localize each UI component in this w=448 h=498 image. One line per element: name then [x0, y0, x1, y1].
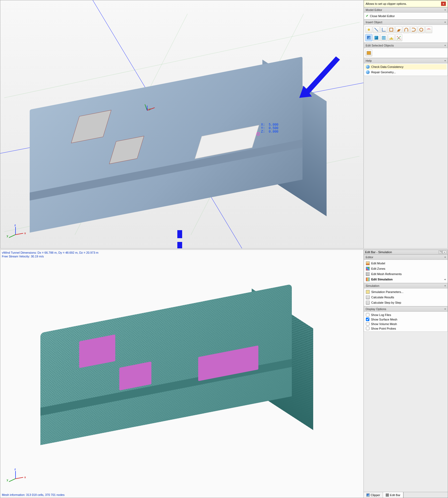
- status-mesh-info: Mesh information: 313 018 cells, 370 701…: [2, 493, 64, 497]
- editor-edit-mesh-refinements[interactable]: Edit Mesh Refinements: [365, 271, 447, 277]
- tooltip-text: Allows to set up clipper options.: [366, 2, 407, 5]
- editor-edit-model[interactable]: Edit Model: [365, 261, 447, 266]
- panel-header-editor[interactable]: Editor ▾: [364, 254, 448, 260]
- checkbox[interactable]: [366, 313, 369, 316]
- panel-header-model-editor[interactable]: Model Editor ▾: [364, 7, 448, 13]
- chevron-down-icon: ▾: [445, 59, 446, 62]
- titlebar-close-icon[interactable]: ×: [443, 250, 446, 254]
- clipper-tab-icon: [366, 493, 370, 497]
- editbar-tab-icon: [386, 493, 389, 497]
- panel-header-help[interactable]: Help ▾: [364, 58, 448, 63]
- close-icon[interactable]: ×: [441, 2, 446, 6]
- svg-rect-2: [177, 242, 182, 248]
- mesh-icon: [366, 272, 370, 276]
- tool-coord-sys[interactable]: [395, 34, 402, 41]
- tooltip-bar: Allows to set up clipper options. ×: [364, 0, 448, 7]
- view-triad: z x y: [7, 226, 26, 242]
- simulation-icon: [366, 277, 370, 281]
- checkbox[interactable]: [366, 327, 369, 330]
- chevron-down-icon: ▾: [445, 44, 446, 47]
- svg-rect-1: [177, 230, 182, 238]
- tool-box[interactable]: [373, 34, 380, 41]
- tool-extrude[interactable]: [395, 26, 402, 33]
- chevron-down-icon: ▾: [445, 9, 446, 11]
- insert-toolbar-row-2: [365, 34, 447, 42]
- globe-icon: [366, 65, 370, 69]
- insert-toolbar-row-1: [365, 26, 447, 34]
- panel-header-simulation[interactable]: Simulation ▾: [364, 283, 448, 288]
- checkbox[interactable]: [366, 318, 369, 321]
- view-triad: z x y: [7, 470, 26, 486]
- help-repair-geometry[interactable]: Repair Geometry...: [365, 70, 447, 75]
- chevron-down-icon: ▾: [445, 256, 446, 258]
- tab-clipper[interactable]: Clipper: [364, 492, 383, 498]
- coordinate-readout: X: 5.000 Y: 0.500 Z: 0.000: [261, 123, 278, 134]
- panel-header-insert-object[interactable]: Insert Object ▾: [364, 20, 448, 25]
- tool-curve[interactable]: [425, 26, 432, 33]
- simulation-parameters[interactable]: Simulation Parameters...: [365, 289, 447, 295]
- display-show-log-files[interactable]: Show Log Files: [365, 312, 447, 317]
- calc-icon: [366, 295, 370, 299]
- tool-revolve[interactable]: [403, 26, 410, 33]
- titlebar-restore-icon[interactable]: ❐: [439, 250, 442, 254]
- globe-icon: [366, 70, 370, 74]
- cursor-marker: [256, 132, 260, 136]
- chevron-right-icon: ◂: [444, 278, 446, 281]
- viewport-model-editor[interactable]: x y X: 5.000 Y: 0.500 Z: 0.000 z x y: [0, 0, 363, 248]
- display-show-surface-mesh[interactable]: Show Surface Mesh: [365, 317, 447, 322]
- titlebar-edit-bar: Edit Bar - Simulation ❐ ×: [364, 250, 448, 254]
- tool-line[interactable]: [373, 26, 380, 33]
- step-icon: [366, 301, 370, 304]
- tool-sweep[interactable]: [410, 26, 417, 33]
- tool-polyline[interactable]: [380, 26, 387, 33]
- annotation-arrow-2: [171, 230, 187, 248]
- editor-edit-zones[interactable]: Edit Zones: [365, 266, 447, 271]
- tool-circle[interactable]: [418, 26, 425, 33]
- origin-triad: x y: [147, 107, 151, 110]
- tool-clipper[interactable]: [365, 34, 372, 41]
- tool-point[interactable]: [365, 26, 372, 33]
- params-icon: [366, 290, 370, 294]
- sidebar-tabs: Clipper Edit Bar: [364, 492, 448, 498]
- edit-color-swatch[interactable]: [365, 49, 372, 56]
- display-show-volume-mesh[interactable]: Show Volume Mesh: [365, 322, 447, 326]
- panel-header-edit-selected[interactable]: Edit Selected Objects ▾: [364, 43, 448, 48]
- sidebar-simulation: Edit Bar - Simulation ❐ × Editor ▾ Edit …: [363, 250, 448, 498]
- close-model-editor[interactable]: ✔ Close Model Editor: [365, 13, 447, 18]
- sidebar-model-editor: Allows to set up clipper options. × Mode…: [363, 0, 448, 248]
- tool-grid[interactable]: [380, 34, 387, 41]
- tool-chart[interactable]: [388, 34, 395, 41]
- display-show-point-probes[interactable]: Show Point Probes: [365, 326, 447, 331]
- zones-icon: [366, 267, 370, 271]
- tab-edit-bar[interactable]: Edit Bar: [383, 492, 403, 498]
- svg-marker-0: [299, 56, 340, 98]
- checkbox[interactable]: [366, 322, 369, 326]
- simulation-calculate-step[interactable]: Calculate Step by Step: [365, 300, 447, 305]
- help-check-consistency[interactable]: Check Data Consistency: [365, 64, 447, 70]
- editor-edit-simulation[interactable]: Edit Simulation ◂: [365, 277, 447, 282]
- chevron-down-icon: ▾: [445, 21, 446, 24]
- check-icon: ✔: [366, 14, 368, 18]
- annotation-arrow-1: [297, 54, 340, 99]
- model-icon: [366, 261, 370, 265]
- tool-rect[interactable]: [388, 26, 395, 33]
- chevron-down-icon: ▾: [445, 284, 446, 287]
- panel-header-display-options[interactable]: Display Options ▾: [364, 306, 448, 312]
- simulation-calculate-results[interactable]: Calculate Results: [365, 295, 447, 300]
- chevron-down-icon: ▾: [445, 308, 446, 310]
- status-wind-tunnel: vWind Tunnel Dimensions: Dx = 66.788 m, …: [2, 251, 98, 258]
- viewport-simulation[interactable]: vWind Tunnel Dimensions: Dx = 66.788 m, …: [0, 250, 363, 498]
